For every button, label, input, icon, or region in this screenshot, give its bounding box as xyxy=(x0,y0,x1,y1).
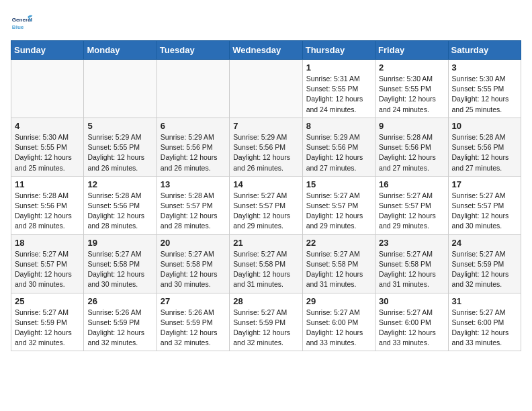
day-info: Sunrise: 5:27 AMSunset: 5:58 PMDaylight:… xyxy=(87,249,152,290)
day-number: 10 xyxy=(452,121,517,131)
day-number: 7 xyxy=(233,121,298,131)
day-info: Sunrise: 5:27 AMSunset: 5:59 PMDaylight:… xyxy=(233,308,298,349)
day-info: Sunrise: 5:29 AMSunset: 5:56 PMDaylight:… xyxy=(161,132,226,173)
day-info: Sunrise: 5:28 AMSunset: 5:56 PMDaylight:… xyxy=(87,191,152,232)
day-info: Sunrise: 5:30 AMSunset: 5:55 PMDaylight:… xyxy=(452,74,517,115)
calendar-cell: 15Sunrise: 5:27 AMSunset: 5:57 PMDayligh… xyxy=(302,176,375,234)
day-info: Sunrise: 5:28 AMSunset: 5:56 PMDaylight:… xyxy=(379,132,444,173)
day-number: 15 xyxy=(306,179,371,189)
day-number: 1 xyxy=(306,62,371,73)
week-row-2: 4Sunrise: 5:30 AMSunset: 5:55 PMDaylight… xyxy=(11,118,521,176)
day-number: 25 xyxy=(15,296,80,306)
calendar-cell: 30Sunrise: 5:27 AMSunset: 6:00 PMDayligh… xyxy=(375,293,448,351)
day-number: 26 xyxy=(87,296,152,306)
day-number: 22 xyxy=(306,238,371,248)
calendar-cell xyxy=(230,60,302,118)
day-number: 31 xyxy=(452,296,517,306)
day-number: 5 xyxy=(87,121,152,131)
day-info: Sunrise: 5:27 AMSunset: 5:59 PMDaylight:… xyxy=(452,249,517,290)
day-number: 30 xyxy=(379,296,444,306)
day-number: 28 xyxy=(233,296,298,306)
day-number: 16 xyxy=(379,179,444,189)
day-number: 8 xyxy=(306,121,371,131)
calendar-cell: 23Sunrise: 5:27 AMSunset: 5:58 PMDayligh… xyxy=(375,234,448,293)
day-info: Sunrise: 5:26 AMSunset: 5:59 PMDaylight:… xyxy=(161,308,226,349)
day-info: Sunrise: 5:26 AMSunset: 5:59 PMDaylight:… xyxy=(87,308,152,349)
day-info: Sunrise: 5:27 AMSunset: 5:58 PMDaylight:… xyxy=(161,249,226,290)
calendar-cell: 12Sunrise: 5:28 AMSunset: 5:56 PMDayligh… xyxy=(84,176,157,234)
calendar-cell: 7Sunrise: 5:29 AMSunset: 5:56 PMDaylight… xyxy=(230,118,302,176)
day-info: Sunrise: 5:30 AMSunset: 5:55 PMDaylight:… xyxy=(15,132,80,173)
day-info: Sunrise: 5:31 AMSunset: 5:55 PMDaylight:… xyxy=(306,74,371,115)
svg-text:Blue: Blue xyxy=(12,24,24,30)
day-info: Sunrise: 5:29 AMSunset: 5:56 PMDaylight:… xyxy=(233,132,298,173)
logo: General Blue xyxy=(11,11,35,35)
calendar-cell: 4Sunrise: 5:30 AMSunset: 5:55 PMDaylight… xyxy=(11,118,84,176)
day-info: Sunrise: 5:27 AMSunset: 6:00 PMDaylight:… xyxy=(452,308,517,349)
day-number: 17 xyxy=(452,179,517,189)
calendar-cell: 5Sunrise: 5:29 AMSunset: 5:55 PMDaylight… xyxy=(84,118,157,176)
calendar-header-row: SundayMondayTuesdayWednesdayThursdayFrid… xyxy=(11,41,521,60)
calendar-cell: 25Sunrise: 5:27 AMSunset: 5:59 PMDayligh… xyxy=(11,293,84,351)
day-number: 4 xyxy=(15,121,80,131)
day-info: Sunrise: 5:27 AMSunset: 5:57 PMDaylight:… xyxy=(306,191,371,232)
day-info: Sunrise: 5:27 AMSunset: 5:58 PMDaylight:… xyxy=(306,249,371,290)
calendar-header-wednesday: Wednesday xyxy=(230,41,302,60)
calendar-cell: 10Sunrise: 5:28 AMSunset: 5:56 PMDayligh… xyxy=(448,118,521,176)
day-info: Sunrise: 5:27 AMSunset: 5:58 PMDaylight:… xyxy=(233,249,298,290)
day-number: 11 xyxy=(15,179,80,189)
logo-icon: General Blue xyxy=(11,11,35,35)
day-number: 19 xyxy=(87,238,152,248)
day-number: 9 xyxy=(379,121,444,131)
calendar-cell: 9Sunrise: 5:28 AMSunset: 5:56 PMDaylight… xyxy=(375,118,448,176)
day-number: 27 xyxy=(161,296,226,306)
day-number: 24 xyxy=(452,238,517,248)
calendar-cell xyxy=(11,60,84,118)
day-info: Sunrise: 5:28 AMSunset: 5:56 PMDaylight:… xyxy=(452,132,517,173)
calendar-cell: 6Sunrise: 5:29 AMSunset: 5:56 PMDaylight… xyxy=(157,118,229,176)
calendar-cell: 24Sunrise: 5:27 AMSunset: 5:59 PMDayligh… xyxy=(448,234,521,293)
calendar-cell: 27Sunrise: 5:26 AMSunset: 5:59 PMDayligh… xyxy=(157,293,229,351)
calendar-cell xyxy=(157,60,229,118)
calendar-cell: 11Sunrise: 5:28 AMSunset: 5:56 PMDayligh… xyxy=(11,176,84,234)
calendar-cell: 1Sunrise: 5:31 AMSunset: 5:55 PMDaylight… xyxy=(302,60,375,118)
day-info: Sunrise: 5:28 AMSunset: 5:57 PMDaylight:… xyxy=(161,191,226,232)
calendar-cell: 19Sunrise: 5:27 AMSunset: 5:58 PMDayligh… xyxy=(84,234,157,293)
calendar-header-tuesday: Tuesday xyxy=(157,41,229,60)
day-number: 29 xyxy=(306,296,371,306)
calendar-cell: 26Sunrise: 5:26 AMSunset: 5:59 PMDayligh… xyxy=(84,293,157,351)
day-number: 13 xyxy=(161,179,226,189)
calendar-cell: 20Sunrise: 5:27 AMSunset: 5:58 PMDayligh… xyxy=(157,234,229,293)
day-number: 18 xyxy=(15,238,80,248)
calendar-cell: 22Sunrise: 5:27 AMSunset: 5:58 PMDayligh… xyxy=(302,234,375,293)
calendar-cell: 3Sunrise: 5:30 AMSunset: 5:55 PMDaylight… xyxy=(448,60,521,118)
week-row-5: 25Sunrise: 5:27 AMSunset: 5:59 PMDayligh… xyxy=(11,293,521,351)
calendar-header-saturday: Saturday xyxy=(448,41,521,60)
day-number: 3 xyxy=(452,62,517,73)
calendar-cell: 18Sunrise: 5:27 AMSunset: 5:57 PMDayligh… xyxy=(11,234,84,293)
calendar-header-thursday: Thursday xyxy=(302,41,375,60)
day-info: Sunrise: 5:27 AMSunset: 5:59 PMDaylight:… xyxy=(15,308,80,349)
day-number: 20 xyxy=(161,238,226,248)
day-number: 14 xyxy=(233,179,298,189)
day-info: Sunrise: 5:27 AMSunset: 5:57 PMDaylight:… xyxy=(233,191,298,232)
week-row-1: 1Sunrise: 5:31 AMSunset: 5:55 PMDaylight… xyxy=(11,60,521,118)
day-info: Sunrise: 5:29 AMSunset: 5:55 PMDaylight:… xyxy=(87,132,152,173)
day-info: Sunrise: 5:27 AMSunset: 6:00 PMDaylight:… xyxy=(306,308,371,349)
calendar-cell: 17Sunrise: 5:27 AMSunset: 5:57 PMDayligh… xyxy=(448,176,521,234)
week-row-4: 18Sunrise: 5:27 AMSunset: 5:57 PMDayligh… xyxy=(11,234,521,293)
calendar-cell xyxy=(84,60,157,118)
calendar-cell: 2Sunrise: 5:30 AMSunset: 5:55 PMDaylight… xyxy=(375,60,448,118)
day-info: Sunrise: 5:28 AMSunset: 5:56 PMDaylight:… xyxy=(15,191,80,232)
calendar-cell: 28Sunrise: 5:27 AMSunset: 5:59 PMDayligh… xyxy=(230,293,302,351)
calendar-header-sunday: Sunday xyxy=(11,41,84,60)
day-info: Sunrise: 5:27 AMSunset: 5:58 PMDaylight:… xyxy=(379,249,444,290)
calendar-table: SundayMondayTuesdayWednesdayThursdayFrid… xyxy=(11,40,521,351)
day-number: 2 xyxy=(379,62,444,73)
calendar-cell: 14Sunrise: 5:27 AMSunset: 5:57 PMDayligh… xyxy=(230,176,302,234)
day-info: Sunrise: 5:27 AMSunset: 6:00 PMDaylight:… xyxy=(379,308,444,349)
calendar-cell: 13Sunrise: 5:28 AMSunset: 5:57 PMDayligh… xyxy=(157,176,229,234)
day-info: Sunrise: 5:27 AMSunset: 5:57 PMDaylight:… xyxy=(15,249,80,290)
calendar-cell: 8Sunrise: 5:29 AMSunset: 5:56 PMDaylight… xyxy=(302,118,375,176)
calendar-cell: 16Sunrise: 5:27 AMSunset: 5:57 PMDayligh… xyxy=(375,176,448,234)
